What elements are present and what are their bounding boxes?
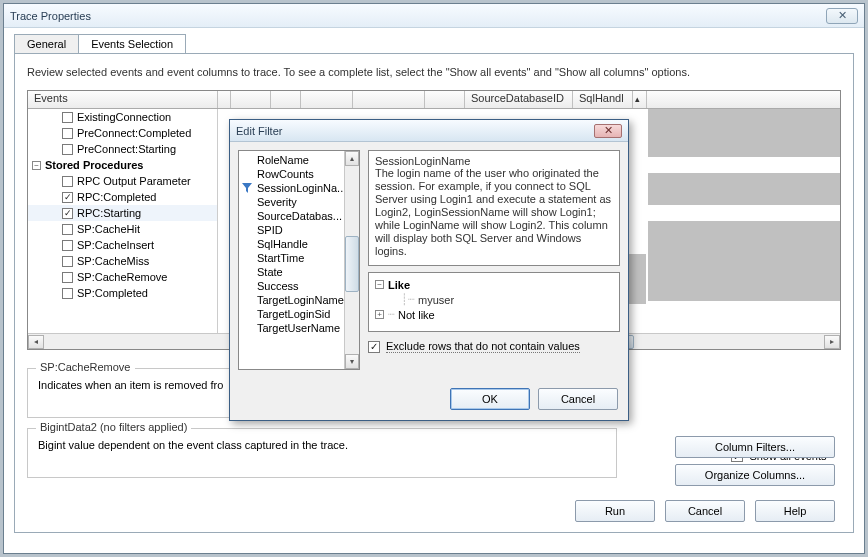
column-list-item[interactable]: TargetUserName: [239, 321, 359, 335]
event-row[interactable]: PreConnect:Starting: [28, 141, 217, 157]
event-checkbox[interactable]: [62, 240, 73, 251]
dialog-footer: Run Cancel Help: [575, 500, 835, 522]
event-checkbox[interactable]: [62, 176, 73, 187]
filter-notlike-node[interactable]: +┈ Not like: [375, 307, 613, 322]
filter-like-node[interactable]: −Like: [375, 277, 613, 292]
window-title: Trace Properties: [10, 10, 91, 22]
column-listbox[interactable]: RoleNameRowCountsSessionLoginNa...Severi…: [238, 150, 360, 370]
col-events[interactable]: Events: [28, 91, 218, 108]
event-checkbox[interactable]: ✓: [62, 192, 73, 203]
cancel-button[interactable]: Cancel: [665, 500, 745, 522]
event-group-row[interactable]: −Stored Procedures: [28, 157, 217, 173]
column-list-item[interactable]: TargetLoginName: [239, 293, 359, 307]
list-item-label: SessionLoginNa...: [257, 182, 346, 194]
col-sqlhandle[interactable]: SqlHandl: [573, 91, 633, 108]
help-button[interactable]: Help: [755, 500, 835, 522]
event-info-title: SP:CacheRemove: [36, 361, 135, 373]
col-trunc[interactable]: [218, 91, 231, 108]
list-item-label: TargetLoginName: [257, 294, 344, 306]
dialog-cancel-button[interactable]: Cancel: [538, 388, 618, 410]
column-list-item[interactable]: Success: [239, 279, 359, 293]
run-button[interactable]: Run: [575, 500, 655, 522]
event-checkbox[interactable]: [62, 272, 73, 283]
event-label: SP:CacheInsert: [77, 239, 154, 251]
column-list-item[interactable]: SPID: [239, 223, 359, 237]
filter-tree[interactable]: −Like ┊┈ myuser +┈ Not like: [368, 272, 620, 332]
event-row[interactable]: RPC Output Parameter: [28, 173, 217, 189]
scroll-thumb[interactable]: [345, 236, 359, 292]
event-row[interactable]: ✓RPC:Completed: [28, 189, 217, 205]
list-item-label: State: [257, 266, 283, 278]
close-icon: ✕: [604, 124, 613, 137]
column-list-item[interactable]: RoleName: [239, 153, 359, 167]
event-label: SP:Completed: [77, 287, 148, 299]
event-label: PreConnect:Completed: [77, 127, 191, 139]
collapse-icon[interactable]: −: [32, 161, 41, 170]
scroll-left-button[interactable]: ◂: [28, 335, 44, 349]
event-row[interactable]: SP:CacheInsert: [28, 237, 217, 253]
cell-shade: [648, 173, 841, 205]
column-list-item[interactable]: State: [239, 265, 359, 279]
scroll-up-button[interactable]: ▴: [345, 151, 359, 166]
col-scroll-up[interactable]: ▴: [633, 91, 647, 108]
filter-icon: [242, 183, 252, 193]
col-sourcedatabaseid[interactable]: SourceDatabaseID: [465, 91, 573, 108]
column-info-body: Bigint value dependent on the event clas…: [38, 439, 606, 451]
col-trunc[interactable]: [353, 91, 425, 108]
event-row[interactable]: PreConnect:Completed: [28, 125, 217, 141]
event-label: PreConnect:Starting: [77, 143, 176, 155]
dialog-titlebar[interactable]: Edit Filter ✕: [230, 120, 628, 142]
col-trunc[interactable]: [301, 91, 353, 108]
event-row[interactable]: ExistingConnection: [28, 109, 217, 125]
column-list-item[interactable]: RowCounts: [239, 167, 359, 181]
trace-properties-window: Trace Properties ✕ General Events Select…: [3, 3, 865, 554]
scroll-down-button[interactable]: ▾: [345, 354, 359, 369]
exclude-rows-checkbox[interactable]: ✓Exclude rows that do not contain values: [368, 340, 620, 353]
column-list-item[interactable]: StartTime: [239, 251, 359, 265]
event-row[interactable]: ✓RPC:Starting: [28, 205, 217, 221]
column-info-box: BigintData2 (no filters applied) Bigint …: [27, 428, 617, 478]
titlebar[interactable]: Trace Properties ✕: [4, 4, 864, 28]
col-trunc[interactable]: [425, 91, 465, 108]
ok-button[interactable]: OK: [450, 388, 530, 410]
column-list-item[interactable]: SessionLoginNa...: [239, 181, 359, 195]
organize-columns-button[interactable]: Organize Columns...: [675, 464, 835, 486]
desc-body: The login name of the user who originate…: [375, 167, 613, 258]
column-list-item[interactable]: TargetLoginSid: [239, 307, 359, 321]
col-trunc[interactable]: [231, 91, 271, 108]
event-row[interactable]: SP:CacheHit: [28, 221, 217, 237]
event-checkbox[interactable]: [62, 128, 73, 139]
cell-shade: [648, 109, 841, 157]
event-checkbox[interactable]: [62, 144, 73, 155]
event-checkbox[interactable]: ✓: [62, 208, 73, 219]
event-row[interactable]: SP:CacheRemove: [28, 269, 217, 285]
event-checkbox[interactable]: [62, 256, 73, 267]
tab-events-selection[interactable]: Events Selection: [78, 34, 186, 53]
filter-value: myuser: [418, 294, 454, 306]
list-vscrollbar[interactable]: ▴ ▾: [344, 151, 359, 369]
list-item-label: TargetLoginSid: [257, 308, 330, 320]
column-list-item[interactable]: SqlHandle: [239, 237, 359, 251]
event-row[interactable]: SP:Completed: [28, 285, 217, 301]
dialog-close-button[interactable]: ✕: [594, 124, 622, 138]
tab-general[interactable]: General: [14, 34, 79, 53]
event-label: RPC:Starting: [77, 207, 141, 219]
column-list-item[interactable]: SourceDatabas...: [239, 209, 359, 223]
list-item-label: SqlHandle: [257, 238, 308, 250]
column-filters-button[interactable]: Column Filters...: [675, 436, 835, 458]
col-trunc[interactable]: [271, 91, 301, 108]
event-checkbox[interactable]: [62, 112, 73, 123]
event-checkbox[interactable]: [62, 288, 73, 299]
events-tree[interactable]: ExistingConnectionPreConnect:CompletedPr…: [28, 109, 218, 349]
filter-value-node[interactable]: ┊┈ myuser: [375, 292, 613, 307]
exclude-rows-label: Exclude rows that do not contain values: [386, 340, 580, 353]
column-list-item[interactable]: Severity: [239, 195, 359, 209]
window-close-button[interactable]: ✕: [826, 8, 858, 24]
notlike-label: Not like: [398, 309, 435, 321]
scroll-right-button[interactable]: ▸: [824, 335, 840, 349]
list-item-label: Severity: [257, 196, 297, 208]
event-row[interactable]: SP:CacheMiss: [28, 253, 217, 269]
list-item-label: RowCounts: [257, 168, 314, 180]
grid-header: Events SourceDatabaseID SqlHandl ▴: [28, 91, 840, 109]
event-checkbox[interactable]: [62, 224, 73, 235]
